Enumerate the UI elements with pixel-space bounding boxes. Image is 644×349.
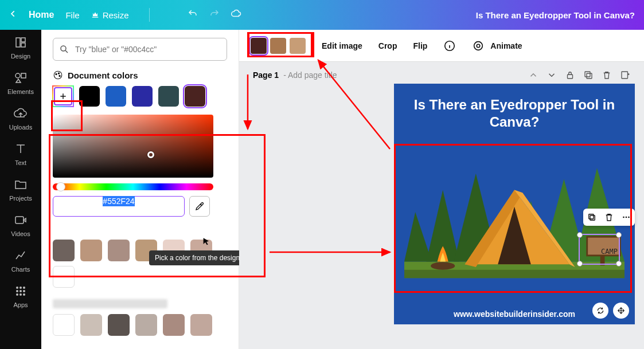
delete-icon[interactable] (604, 212, 614, 222)
trash-icon[interactable] (602, 70, 612, 80)
rail-charts[interactable]: Charts (11, 249, 30, 273)
rail-design[interactable]: Design (11, 36, 30, 60)
svg-point-21 (474, 41, 483, 50)
rail-projects[interactable]: Projects (9, 178, 32, 202)
svg-rect-26 (622, 72, 628, 79)
swatch[interactable] (108, 314, 130, 336)
swatch-teal[interactable] (158, 86, 179, 107)
back-icon[interactable] (9, 10, 17, 20)
swatch-black[interactable] (79, 86, 100, 107)
sv-cursor[interactable] (147, 151, 154, 158)
svg-point-14 (23, 293, 25, 296)
hue-slider[interactable] (53, 183, 213, 190)
tb-swatch-3[interactable] (290, 38, 306, 54)
lock-icon[interactable] (565, 70, 575, 80)
swatch[interactable] (163, 314, 185, 336)
svg-point-12 (16, 293, 18, 296)
tb-swatch-2[interactable] (270, 38, 286, 54)
resize-menu[interactable]: Resize (91, 10, 129, 20)
file-menu[interactable]: File (65, 10, 79, 20)
text-icon (14, 142, 28, 156)
videos-icon (14, 213, 28, 227)
move-icon[interactable] (613, 303, 629, 319)
crown-icon (91, 11, 99, 19)
undo-icon[interactable] (188, 9, 198, 21)
svg-point-18 (58, 73, 59, 74)
apps-icon (14, 284, 28, 298)
swatch[interactable] (190, 314, 212, 336)
chevron-down-icon[interactable] (547, 70, 557, 80)
add-color-button[interactable] (53, 86, 73, 107)
rail-text[interactable]: Text (14, 142, 28, 166)
info-icon[interactable] (443, 40, 456, 52)
canvas-url: www.websitebuilderinsider.com (454, 309, 575, 319)
doc-colors-title: Document colors (53, 70, 227, 80)
swatch[interactable] (53, 314, 75, 336)
color-panel: Document colors #552F24 (41, 30, 239, 349)
design-canvas[interactable]: Is There an Eyedropper Tool in Canva? (394, 84, 635, 324)
swatch[interactable] (108, 240, 130, 261)
side-rail: Design Elements Uploads Text Projects Vi… (0, 30, 41, 349)
eyedropper-button[interactable] (189, 196, 210, 217)
swatch[interactable] (53, 240, 75, 261)
redo-icon[interactable] (209, 9, 220, 21)
flip-button[interactable]: Flip (413, 41, 427, 50)
color-search-input[interactable] (75, 45, 221, 54)
svg-point-9 (16, 290, 18, 292)
selection-box[interactable] (579, 234, 620, 265)
swatch[interactable] (80, 314, 102, 336)
home-link[interactable]: Home (29, 10, 54, 20)
swatch-brown[interactable] (185, 86, 205, 107)
crop-button[interactable]: Crop (378, 41, 397, 50)
page-title-placeholder[interactable]: - Add page title (283, 70, 337, 80)
tb-swatch-1[interactable] (251, 38, 267, 54)
blurred-section-title (53, 299, 167, 308)
svg-point-19 (59, 75, 60, 76)
page-label: Page 1 (253, 70, 279, 80)
svg-point-46 (628, 217, 630, 218)
animate-button[interactable]: Animate (490, 41, 522, 50)
more-icon[interactable] (621, 212, 631, 222)
swatch-white[interactable] (53, 266, 75, 288)
hex-input[interactable]: #552F24 (53, 196, 185, 217)
svg-rect-2 (21, 43, 25, 47)
page-header: Page 1 - Add page title (239, 62, 644, 85)
charts-icon (14, 249, 28, 262)
hue-thumb[interactable] (56, 182, 65, 191)
svg-rect-28 (404, 270, 625, 278)
duplicate-icon[interactable] (583, 70, 594, 80)
swatch[interactable] (135, 314, 157, 336)
svg-rect-43 (589, 214, 594, 219)
svg-rect-1 (21, 38, 25, 42)
uploads-icon (14, 107, 28, 120)
cloud-icon[interactable] (231, 9, 241, 21)
swatch-indigo[interactable] (132, 86, 153, 107)
color-picker: #552F24 Pick a color from the design (53, 115, 227, 217)
sync-icon[interactable] (592, 303, 608, 319)
animate-icon[interactable] (472, 40, 485, 52)
sv-gradient[interactable] (53, 115, 213, 178)
svg-point-22 (477, 44, 481, 48)
edit-image-button[interactable]: Edit image (322, 41, 362, 50)
color-search[interactable] (53, 38, 227, 61)
svg-point-10 (19, 290, 22, 292)
svg-point-13 (19, 293, 22, 296)
design-icon (14, 36, 28, 49)
rail-apps[interactable]: Apps (13, 284, 28, 308)
top-bar: Home File Resize Is There an Eyedropper … (0, 0, 644, 30)
add-page-icon[interactable] (620, 70, 630, 80)
divider (149, 8, 150, 22)
chevron-up-icon[interactable] (528, 70, 538, 80)
svg-point-15 (61, 46, 66, 51)
swatch-blue[interactable] (106, 86, 126, 107)
floating-toolbar (583, 209, 635, 226)
svg-point-6 (16, 287, 18, 289)
svg-point-11 (23, 290, 25, 292)
document-title[interactable]: Is There an Eyedropper Tool in Canva? (476, 10, 635, 20)
copy-icon[interactable] (587, 212, 597, 222)
canvas-area: Edit image Crop Flip Animate Page 1 - Ad… (239, 30, 644, 349)
swatch[interactable] (80, 240, 102, 261)
rail-videos[interactable]: Videos (11, 213, 30, 237)
rail-uploads[interactable]: Uploads (9, 107, 32, 131)
rail-elements[interactable]: Elements (7, 71, 34, 95)
